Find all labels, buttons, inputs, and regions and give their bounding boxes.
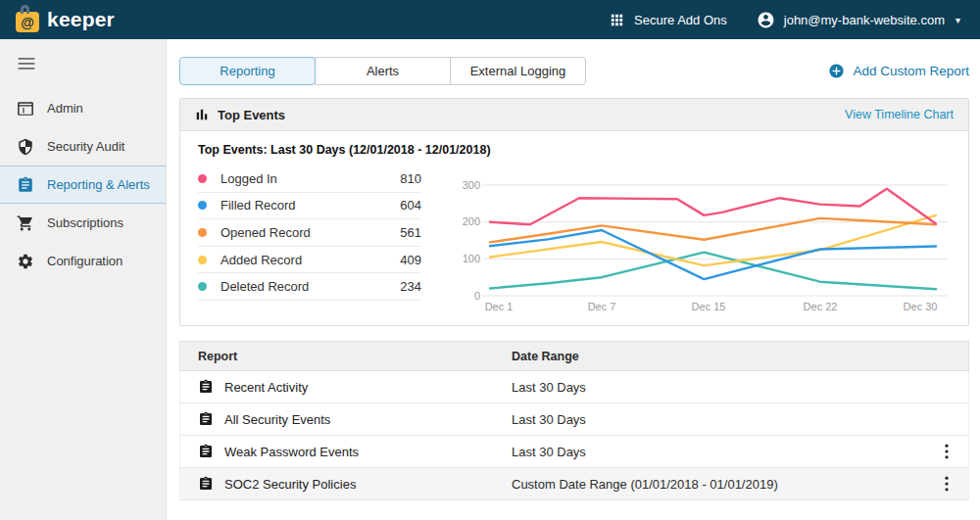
table-row-weak-password-events[interactable]: Weak Password Events Last 30 Days bbox=[179, 436, 969, 468]
tab-reporting[interactable]: Reporting bbox=[179, 57, 316, 85]
legend-dot-logged-in bbox=[198, 174, 207, 183]
top-header: @ keeper Secure Add Ons john@my-bank-web… bbox=[0, 0, 980, 39]
column-header-date-range: Date Range bbox=[512, 350, 925, 363]
report-icon bbox=[198, 379, 214, 395]
toolbar: Reporting Alerts External Logging Add Cu… bbox=[179, 57, 969, 85]
legend-label: Deleted Record bbox=[220, 279, 400, 294]
y-tick-0: 0 bbox=[456, 290, 480, 302]
lock-shackle bbox=[21, 5, 29, 14]
top-events-panel: Top Events View Timeline Chart Top Event… bbox=[179, 98, 969, 326]
y-tick-200: 200 bbox=[456, 215, 480, 227]
events-line-chart: 300 200 100 0 Dec 1 Dec 7 Dec 15 Dec 22 … bbox=[456, 146, 957, 322]
legend-dot-filled-record bbox=[198, 201, 207, 210]
add-custom-report-button[interactable]: Add Custom Report bbox=[828, 63, 969, 79]
legend-value: 234 bbox=[400, 279, 421, 294]
row-menu-button[interactable] bbox=[925, 444, 968, 459]
x-tick-dec7: Dec 7 bbox=[588, 301, 616, 312]
hamburger-menu-button[interactable] bbox=[0, 39, 166, 89]
y-tick-100: 100 bbox=[456, 253, 480, 264]
sidebar: Admin Security Audit Reporting & Alerts … bbox=[0, 39, 167, 520]
table-row-recent-activity[interactable]: Recent Activity Last 30 Days bbox=[179, 371, 969, 403]
view-timeline-chart-link[interactable]: View Timeline Chart bbox=[845, 108, 954, 121]
secure-add-ons-button[interactable]: Secure Add Ons bbox=[609, 12, 727, 28]
top-events-panel-header: Top Events View Timeline Chart bbox=[180, 99, 968, 131]
report-date-range: Last 30 Days bbox=[512, 380, 925, 395]
legend-dot-added-record bbox=[198, 256, 207, 264]
sidebar-item-configuration[interactable]: Configuration bbox=[0, 242, 166, 280]
tab-alerts[interactable]: Alerts bbox=[315, 57, 451, 85]
report-name: All Security Events bbox=[224, 412, 330, 427]
app-root: @ keeper Secure Add Ons john@my-bank-web… bbox=[0, 0, 980, 520]
legend-value: 810 bbox=[400, 171, 421, 186]
header-right: Secure Add Ons john@my-bank-website.com … bbox=[609, 11, 960, 29]
apps-grid-icon bbox=[609, 12, 625, 28]
table-row-all-security-events[interactable]: All Security Events Last 30 Days bbox=[179, 403, 969, 436]
legend-value: 409 bbox=[400, 253, 421, 267]
shield-icon bbox=[17, 138, 34, 156]
line-deleted-record bbox=[490, 253, 936, 290]
legend-item-logged-in[interactable]: Logged In 810 bbox=[198, 165, 421, 193]
legend-value: 561 bbox=[400, 225, 421, 240]
tab-external-logging[interactable]: External Logging bbox=[450, 57, 586, 85]
report-name: Recent Activity bbox=[224, 380, 308, 395]
legend-dot-deleted-record bbox=[198, 282, 207, 291]
sidebar-item-label: Security Audit bbox=[47, 139, 125, 154]
sidebar-item-label: Subscriptions bbox=[47, 215, 123, 230]
reports-table: Report Date Range Recent Activity Last 3… bbox=[179, 341, 969, 500]
window-icon bbox=[17, 100, 34, 118]
report-name: SOC2 Security Policies bbox=[224, 477, 356, 492]
sidebar-item-security-audit[interactable]: Security Audit bbox=[0, 127, 166, 165]
plus-circle-icon bbox=[828, 63, 845, 79]
add-custom-report-label: Add Custom Report bbox=[853, 64, 969, 78]
logo-text: keeper bbox=[47, 8, 115, 31]
row-menu-button[interactable] bbox=[925, 476, 968, 492]
keeper-logo: @ keeper bbox=[16, 7, 115, 32]
report-icon bbox=[198, 476, 214, 492]
report-date-range: Last 30 Days bbox=[512, 412, 925, 427]
legend-label: Filled Record bbox=[220, 198, 400, 213]
sidebar-item-label: Admin bbox=[47, 101, 83, 116]
legend-item-filled-record[interactable]: Filled Record 604 bbox=[198, 193, 421, 220]
table-row-soc2-security-policies[interactable]: SOC2 Security Policies Custom Date Range… bbox=[179, 468, 969, 500]
hamburger-icon bbox=[17, 56, 36, 71]
keeper-lock-icon: @ bbox=[16, 12, 39, 32]
chevron-down-icon: ▾ bbox=[956, 15, 960, 25]
report-name: Weak Password Events bbox=[224, 445, 359, 459]
legend-label: Added Record bbox=[220, 253, 400, 267]
report-date-range: Custom Date Range (01/01/2018 - 01/01/20… bbox=[512, 477, 925, 492]
panel-title-label: Top Events bbox=[218, 108, 285, 122]
legend-dot-opened-record bbox=[198, 228, 207, 237]
sidebar-nav: Admin Security Audit Reporting & Alerts … bbox=[0, 89, 166, 280]
main-content: Reporting Alerts External Logging Add Cu… bbox=[167, 39, 980, 520]
gear-icon bbox=[17, 253, 34, 270]
y-tick-300: 300 bbox=[456, 179, 480, 191]
top-events-panel-body: Top Events: Last 30 Days (12/01/2018 - 1… bbox=[180, 131, 968, 325]
x-tick-dec15: Dec 15 bbox=[692, 301, 726, 312]
top-events-subtitle: Top Events: Last 30 Days (12/01/2018 - 1… bbox=[198, 143, 491, 157]
bar-chart-icon bbox=[195, 108, 209, 121]
lock-at-glyph: @ bbox=[21, 16, 34, 29]
chart-series-lines bbox=[490, 189, 936, 289]
legend-item-added-record[interactable]: Added Record 409 bbox=[198, 247, 421, 274]
sidebar-item-admin[interactable]: Admin bbox=[0, 89, 166, 127]
gridlines bbox=[483, 185, 948, 296]
legend-label: Logged In bbox=[220, 171, 400, 186]
chart-canvas bbox=[456, 146, 957, 322]
panel-title: Top Events bbox=[195, 108, 285, 122]
sidebar-item-subscriptions[interactable]: Subscriptions bbox=[0, 204, 166, 242]
x-tick-dec1: Dec 1 bbox=[485, 301, 514, 312]
legend-item-deleted-record[interactable]: Deleted Record 234 bbox=[198, 273, 421, 301]
user-email: john@my-bank-website.com bbox=[784, 13, 945, 27]
user-avatar-icon bbox=[757, 11, 775, 29]
legend-item-opened-record[interactable]: Opened Record 561 bbox=[198, 219, 421, 247]
sidebar-item-reporting-alerts[interactable]: Reporting & Alerts bbox=[0, 165, 166, 204]
report-icon bbox=[198, 411, 214, 427]
account-menu[interactable]: john@my-bank-website.com ▾ bbox=[757, 11, 960, 29]
tab-bar: Reporting Alerts External Logging bbox=[179, 57, 586, 85]
kebab-menu-icon bbox=[945, 476, 949, 492]
line-added-record bbox=[490, 215, 936, 265]
report-icon bbox=[198, 444, 214, 459]
report-date-range: Last 30 Days bbox=[512, 445, 925, 459]
secure-add-ons-label: Secure Add Ons bbox=[634, 13, 727, 27]
legend-value: 604 bbox=[400, 198, 421, 213]
